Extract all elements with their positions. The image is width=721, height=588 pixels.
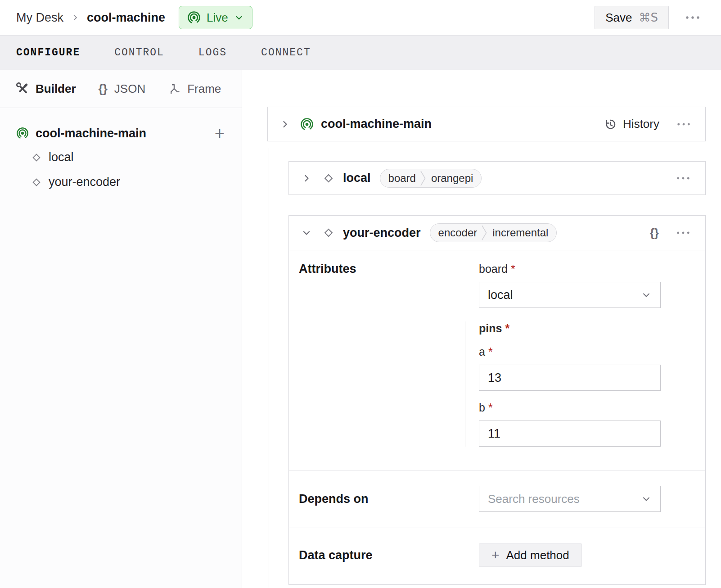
resource-tree: cool-machine-main + local your-encoder [0,108,242,194]
ellipsis-icon [676,122,691,127]
machine-tab-bar: CONFIGURE CONTROL LOGS CONNECT [0,35,721,70]
attributes-section: Attributes board* local pin [289,250,705,470]
view-mode-tabs: Builder {} JSON Frame [0,70,242,108]
tab-logs[interactable]: LOGS [198,47,227,59]
encoder-card: your-encoder encoder incremental {} [288,215,706,585]
tree-item-machine-part[interactable]: cool-machine-main + [16,122,225,145]
tab-control[interactable]: CONTROL [114,47,164,59]
save-shortcut: ⌘S [639,11,658,24]
live-status-button[interactable]: Live [179,6,252,29]
tree-machine-part-label: cool-machine-main [36,127,146,140]
diamond-icon [31,177,42,188]
breadcrumb-current: cool-machine [87,11,165,25]
depends-on-select[interactable]: Search resources [479,486,661,512]
data-capture-heading: Data capture [299,548,479,562]
encoder-card-menu-button[interactable] [673,228,693,238]
content-area: Builder {} JSON Frame [0,70,721,588]
badge-model: incremental [488,226,556,239]
pins-label-text: pins [479,322,502,335]
badge-type: board [380,172,419,185]
view-tab-frame-label: Frame [187,82,221,96]
resource-type-badge: board orangepi [380,169,482,188]
breadcrumb-root[interactable]: My Desk [16,11,63,25]
resource-type-badge: encoder incremental [430,223,557,242]
tools-icon [16,82,29,95]
required-marker: * [511,262,515,275]
view-tab-frame[interactable]: Frame [168,82,221,96]
braces-icon: {} [650,226,659,240]
pin-a-field: a* [479,345,661,391]
badge-type: encoder [430,226,481,239]
ellipsis-icon [676,176,690,181]
tree-item-label: local [49,150,74,164]
view-tab-json[interactable]: {} JSON [99,82,146,96]
chevron-right-icon [301,173,312,184]
board-select[interactable]: local [479,282,661,308]
local-card-title: local [343,171,371,185]
expand-machine-card-button[interactable] [279,119,290,130]
plus-icon: + [491,548,500,562]
add-resource-button[interactable]: + [215,125,225,142]
pin-b-input[interactable] [479,421,661,447]
machine-card-menu-button[interactable] [674,119,694,129]
pin-a-label-text: a [479,345,485,358]
config-sidebar: Builder {} JSON Frame [0,70,242,588]
chevron-right-icon [71,13,80,22]
badge-divider-icon [481,223,488,242]
pin-a-input[interactable] [479,365,661,391]
diamond-icon [31,152,42,163]
view-tab-builder[interactable]: Builder [16,82,76,96]
breadcrumb: My Desk cool-machine [16,11,165,25]
machine-part-card: cool-machine-main History [267,107,706,141]
save-button[interactable]: Save ⌘S [595,6,669,29]
resource-cards: local board orangepi [288,161,706,585]
attributes-form: board* local pins* [479,262,661,447]
history-label: History [623,117,659,131]
machine-part-card-title: cool-machine-main [321,117,432,131]
depends-on-section: Depends on Search resources [289,470,705,528]
tree-item-your-encoder[interactable]: your-encoder [31,170,225,194]
chevron-down-icon [234,13,244,23]
depends-on-placeholder: Search resources [488,492,580,506]
pin-a-label: a* [479,345,661,358]
encoder-json-button[interactable]: {} [647,223,662,243]
tree-item-local[interactable]: local [31,145,225,170]
chevron-down-icon [641,289,652,300]
add-method-label: Add method [506,548,569,562]
attributes-heading: Attributes [299,262,479,447]
top-bar: My Desk cool-machine Live Save ⌘S [0,0,721,35]
required-marker: * [505,322,509,335]
diamond-icon [323,172,334,184]
history-button[interactable]: History [604,117,659,131]
collapse-encoder-card-button[interactable] [301,227,312,238]
viam-app: My Desk cool-machine Live Save ⌘S [0,0,721,588]
braces-icon: {} [99,82,108,96]
local-card-menu-button[interactable] [673,173,693,183]
live-broadcast-icon [16,127,29,140]
board-select-value: local [488,288,513,302]
topbar-actions: Save ⌘S [595,6,703,29]
tab-configure[interactable]: CONFIGURE [16,47,80,59]
encoder-card-title: your-encoder [343,226,421,240]
history-icon [604,118,617,131]
topbar-menu-button[interactable] [682,13,703,23]
board-field-label: board* [479,262,661,276]
depends-on-heading: Depends on [299,492,479,506]
board-label-text: board [479,262,508,275]
add-method-button[interactable]: + Add method [479,543,582,567]
badge-model: orangepi [427,172,481,185]
config-main: cool-machine-main History [242,70,721,588]
badge-divider-icon [419,169,427,188]
diamond-icon [323,227,334,239]
tab-connect[interactable]: CONNECT [261,47,311,59]
save-label: Save [605,11,632,25]
tree-item-label: your-encoder [49,175,120,189]
chevron-down-icon [641,493,652,504]
chevron-down-icon [301,227,312,238]
local-board-card: local board orangepi [288,161,706,195]
view-tab-builder-label: Builder [36,82,76,96]
view-tab-json-label: JSON [114,82,145,96]
ellipsis-icon [685,15,700,20]
required-marker: * [488,345,493,358]
expand-local-card-button[interactable] [301,173,312,184]
